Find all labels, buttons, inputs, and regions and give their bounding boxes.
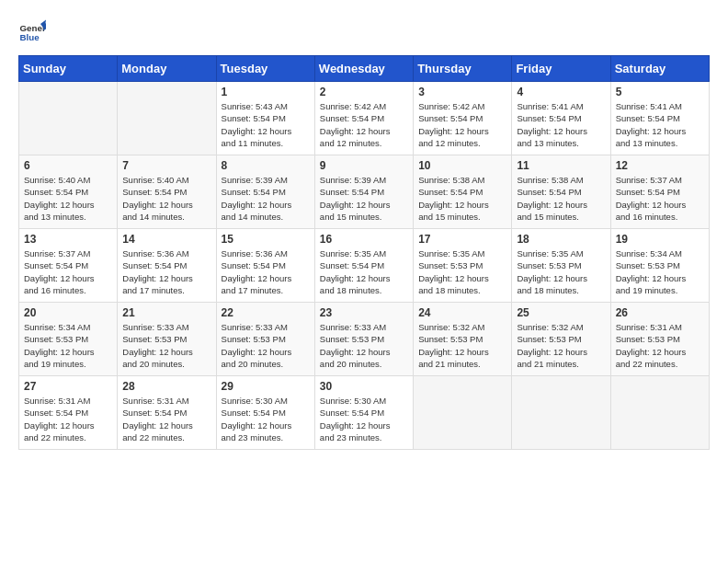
day-number: 18 [517, 233, 605, 246]
calendar-header-wednesday: Wednesday [314, 56, 413, 82]
day-number: 12 [616, 159, 704, 172]
day-number: 26 [616, 306, 704, 319]
day-info: Sunrise: 5:32 AM Sunset: 5:53 PM Dayligh… [517, 321, 605, 370]
day-number: 10 [418, 159, 506, 172]
day-number: 4 [517, 86, 605, 98]
calendar-cell: 24Sunrise: 5:32 AM Sunset: 5:53 PM Dayli… [414, 303, 512, 376]
calendar-cell: 28Sunrise: 5:31 AM Sunset: 5:54 PM Dayli… [118, 376, 216, 450]
day-number: 23 [320, 306, 408, 319]
day-info: Sunrise: 5:30 AM Sunset: 5:54 PM Dayligh… [320, 395, 408, 443]
logo-icon: General Blue [18, 18, 46, 46]
calendar-cell [414, 376, 512, 450]
calendar-header-saturday: Saturday [610, 56, 709, 82]
day-number: 9 [320, 159, 408, 172]
day-info: Sunrise: 5:31 AM Sunset: 5:54 PM Dayligh… [122, 395, 210, 443]
calendar-cell: 29Sunrise: 5:30 AM Sunset: 5:54 PM Dayli… [216, 376, 314, 450]
day-number: 19 [616, 233, 704, 246]
calendar-week-1: 1Sunrise: 5:43 AM Sunset: 5:54 PM Daylig… [19, 82, 710, 155]
day-number: 1 [222, 86, 310, 98]
calendar-cell: 19Sunrise: 5:34 AM Sunset: 5:53 PM Dayli… [610, 229, 709, 303]
calendar-cell: 1Sunrise: 5:43 AM Sunset: 5:54 PM Daylig… [216, 82, 314, 155]
day-number: 30 [320, 380, 408, 393]
calendar-cell: 15Sunrise: 5:36 AM Sunset: 5:54 PM Dayli… [216, 229, 314, 303]
day-info: Sunrise: 5:34 AM Sunset: 5:53 PM Dayligh… [24, 321, 112, 370]
calendar-cell: 22Sunrise: 5:33 AM Sunset: 5:53 PM Dayli… [216, 303, 314, 376]
calendar-cell [512, 376, 610, 450]
calendar-week-5: 27Sunrise: 5:31 AM Sunset: 5:54 PM Dayli… [19, 376, 710, 450]
logo: General Blue [18, 18, 50, 46]
calendar-header-thursday: Thursday [414, 56, 512, 82]
calendar-cell: 23Sunrise: 5:33 AM Sunset: 5:53 PM Dayli… [314, 303, 413, 376]
calendar-cell: 9Sunrise: 5:39 AM Sunset: 5:54 PM Daylig… [314, 155, 413, 229]
day-number: 29 [222, 380, 310, 393]
calendar-cell: 30Sunrise: 5:30 AM Sunset: 5:54 PM Dayli… [314, 376, 413, 450]
day-number: 8 [222, 159, 310, 172]
calendar-cell [19, 82, 118, 155]
calendar-cell: 18Sunrise: 5:35 AM Sunset: 5:53 PM Dayli… [512, 229, 610, 303]
calendar-week-3: 13Sunrise: 5:37 AM Sunset: 5:54 PM Dayli… [19, 229, 710, 303]
calendar-header-monday: Monday [118, 56, 216, 82]
calendar-header-sunday: Sunday [19, 56, 118, 82]
calendar-table: SundayMondayTuesdayWednesdayThursdayFrid… [18, 55, 710, 450]
day-info: Sunrise: 5:31 AM Sunset: 5:54 PM Dayligh… [24, 395, 112, 443]
day-number: 13 [24, 233, 112, 246]
day-info: Sunrise: 5:33 AM Sunset: 5:53 PM Dayligh… [320, 321, 408, 370]
day-number: 25 [517, 306, 605, 319]
day-number: 16 [320, 233, 408, 246]
calendar-header-friday: Friday [512, 56, 610, 82]
calendar-cell: 11Sunrise: 5:38 AM Sunset: 5:54 PM Dayli… [512, 155, 610, 229]
calendar-cell: 13Sunrise: 5:37 AM Sunset: 5:54 PM Dayli… [19, 229, 118, 303]
calendar-cell: 4Sunrise: 5:41 AM Sunset: 5:54 PM Daylig… [512, 82, 610, 155]
calendar-cell: 25Sunrise: 5:32 AM Sunset: 5:53 PM Dayli… [512, 303, 610, 376]
day-number: 3 [418, 86, 506, 98]
day-info: Sunrise: 5:35 AM Sunset: 5:53 PM Dayligh… [517, 247, 605, 296]
day-info: Sunrise: 5:32 AM Sunset: 5:53 PM Dayligh… [418, 321, 506, 370]
day-info: Sunrise: 5:41 AM Sunset: 5:54 PM Dayligh… [616, 100, 704, 149]
day-info: Sunrise: 5:33 AM Sunset: 5:53 PM Dayligh… [222, 321, 310, 370]
day-number: 21 [122, 306, 210, 319]
day-info: Sunrise: 5:38 AM Sunset: 5:54 PM Dayligh… [418, 174, 506, 223]
calendar-cell [610, 376, 709, 450]
day-info: Sunrise: 5:37 AM Sunset: 5:54 PM Dayligh… [24, 247, 112, 296]
day-info: Sunrise: 5:40 AM Sunset: 5:54 PM Dayligh… [24, 174, 112, 223]
calendar-cell: 2Sunrise: 5:42 AM Sunset: 5:54 PM Daylig… [314, 82, 413, 155]
day-info: Sunrise: 5:37 AM Sunset: 5:54 PM Dayligh… [616, 174, 704, 223]
day-info: Sunrise: 5:35 AM Sunset: 5:54 PM Dayligh… [320, 247, 408, 296]
calendar-header-row: SundayMondayTuesdayWednesdayThursdayFrid… [19, 56, 710, 82]
day-number: 5 [616, 86, 704, 98]
day-info: Sunrise: 5:36 AM Sunset: 5:54 PM Dayligh… [222, 247, 310, 296]
day-info: Sunrise: 5:31 AM Sunset: 5:53 PM Dayligh… [616, 321, 704, 370]
calendar-cell: 7Sunrise: 5:40 AM Sunset: 5:54 PM Daylig… [118, 155, 216, 229]
calendar-cell: 16Sunrise: 5:35 AM Sunset: 5:54 PM Dayli… [314, 229, 413, 303]
calendar-cell: 5Sunrise: 5:41 AM Sunset: 5:54 PM Daylig… [610, 82, 709, 155]
day-number: 24 [418, 306, 506, 319]
day-info: Sunrise: 5:42 AM Sunset: 5:54 PM Dayligh… [320, 100, 408, 149]
calendar-cell: 17Sunrise: 5:35 AM Sunset: 5:53 PM Dayli… [414, 229, 512, 303]
day-info: Sunrise: 5:41 AM Sunset: 5:54 PM Dayligh… [517, 100, 605, 149]
calendar-cell: 8Sunrise: 5:39 AM Sunset: 5:54 PM Daylig… [216, 155, 314, 229]
day-number: 17 [418, 233, 506, 246]
day-number: 7 [122, 159, 210, 172]
day-number: 15 [222, 233, 310, 246]
calendar-cell: 3Sunrise: 5:42 AM Sunset: 5:54 PM Daylig… [414, 82, 512, 155]
calendar-header-tuesday: Tuesday [216, 56, 314, 82]
day-number: 27 [24, 380, 112, 393]
calendar-cell [118, 82, 216, 155]
day-number: 20 [24, 306, 112, 319]
day-number: 11 [517, 159, 605, 172]
calendar-cell: 6Sunrise: 5:40 AM Sunset: 5:54 PM Daylig… [19, 155, 118, 229]
day-info: Sunrise: 5:39 AM Sunset: 5:54 PM Dayligh… [320, 174, 408, 223]
day-info: Sunrise: 5:40 AM Sunset: 5:54 PM Dayligh… [122, 174, 210, 223]
day-info: Sunrise: 5:43 AM Sunset: 5:54 PM Dayligh… [222, 100, 310, 149]
svg-text:Blue: Blue [20, 32, 40, 42]
day-info: Sunrise: 5:34 AM Sunset: 5:53 PM Dayligh… [616, 247, 704, 296]
day-number: 22 [222, 306, 310, 319]
day-number: 2 [320, 86, 408, 98]
day-number: 14 [122, 233, 210, 246]
calendar-week-4: 20Sunrise: 5:34 AM Sunset: 5:53 PM Dayli… [19, 303, 710, 376]
day-info: Sunrise: 5:42 AM Sunset: 5:54 PM Dayligh… [418, 100, 506, 149]
day-info: Sunrise: 5:35 AM Sunset: 5:53 PM Dayligh… [418, 247, 506, 296]
calendar-cell: 21Sunrise: 5:33 AM Sunset: 5:53 PM Dayli… [118, 303, 216, 376]
calendar-cell: 26Sunrise: 5:31 AM Sunset: 5:53 PM Dayli… [610, 303, 709, 376]
page-header: General Blue [18, 18, 710, 46]
